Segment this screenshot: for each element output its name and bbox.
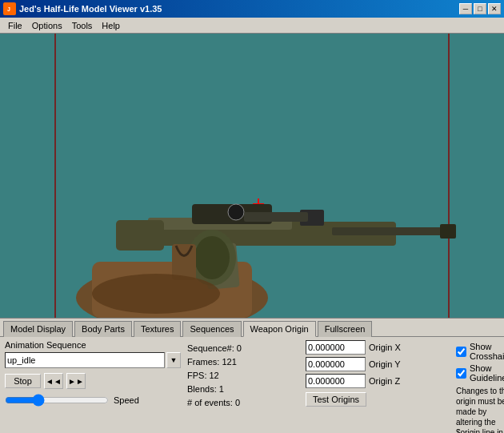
- tab-body-parts[interactable]: Body Parts: [74, 321, 132, 337]
- blends-info: Blends: 1: [187, 383, 299, 396]
- events-info: # of events: 0: [187, 396, 299, 410]
- minimize-button[interactable]: ─: [459, 3, 472, 14]
- viewport[interactable]: [0, 34, 504, 318]
- right-section: Show Crosshair Show Guidelines Changes t…: [456, 340, 504, 433]
- svg-text:J: J: [7, 6, 10, 12]
- prev-button[interactable]: ◄◄: [44, 373, 63, 389]
- tab-sequences[interactable]: Sequences: [182, 321, 241, 337]
- speed-row: Speed: [5, 394, 181, 407]
- menu-options[interactable]: Options: [27, 19, 67, 32]
- app-icon: J: [3, 2, 16, 15]
- anim-section: Animation Sequence up_idle ▼ Stop ◄◄ ►► …: [5, 340, 181, 433]
- show-crosshair-checkbox[interactable]: [456, 347, 466, 357]
- svg-rect-6: [332, 227, 444, 235]
- title-bar-left: J Jed's Half-Life Model Viewer v1.35: [3, 2, 162, 15]
- origin-z-label: Origin Z: [369, 376, 409, 386]
- svg-rect-16: [440, 224, 456, 239]
- show-guidelines-label: Show Guidelines: [470, 363, 504, 383]
- show-crosshair-row: Show Crosshair: [456, 342, 504, 361]
- dropdown-arrow-icon[interactable]: ▼: [166, 352, 181, 368]
- close-button[interactable]: ✕: [488, 3, 501, 14]
- speed-label: Speed: [114, 395, 139, 405]
- show-guidelines-checkbox[interactable]: [456, 368, 466, 379]
- tabs-bar: Model Display Body Parts Textures Sequen…: [0, 319, 504, 337]
- menu-bar: File Options Tools Help: [0, 18, 504, 34]
- origin-section: Origin X Origin Y Origin Z Test Origins: [306, 340, 450, 433]
- title-controls: ─ □ ✕: [459, 3, 501, 14]
- tab-textures[interactable]: Textures: [134, 321, 182, 337]
- speed-slider[interactable]: [5, 394, 109, 407]
- fps-info: FPS: 12: [187, 369, 299, 383]
- tab-model-display[interactable]: Model Display: [3, 321, 73, 337]
- panel-content: Animation Sequence up_idle ▼ Stop ◄◄ ►► …: [0, 337, 504, 433]
- origin-x-input[interactable]: [306, 340, 366, 355]
- menu-file[interactable]: File: [3, 19, 27, 32]
- maximize-button[interactable]: □: [474, 3, 486, 14]
- info-section: Sequence#: 0 Frames: 121 FPS: 12 Blends:…: [187, 340, 299, 433]
- anim-dropdown-container: up_idle ▼: [5, 352, 181, 368]
- weapon-display: [0, 142, 504, 318]
- origin-y-input[interactable]: [306, 357, 366, 371]
- svg-point-13: [194, 236, 230, 279]
- origin-y-row: Origin Y: [306, 357, 450, 371]
- origin-x-label: Origin X: [369, 343, 409, 352]
- origin-y-label: Origin Y: [369, 359, 409, 369]
- anim-dropdown[interactable]: up_idle: [5, 352, 165, 368]
- show-guidelines-row: Show Guidelines: [456, 363, 504, 383]
- tab-fullscreen[interactable]: Fullscreen: [318, 321, 373, 337]
- playback-controls: Stop ◄◄ ►►: [5, 373, 181, 389]
- origin-z-row: Origin Z: [306, 374, 450, 388]
- description-text: Changes to the origin must be made by al…: [456, 386, 504, 433]
- anim-section-label: Animation Sequence: [5, 340, 181, 350]
- origin-z-input[interactable]: [306, 374, 366, 388]
- origin-x-row: Origin X: [306, 340, 450, 355]
- svg-rect-15: [244, 212, 308, 222]
- svg-point-17: [92, 274, 220, 314]
- bottom-panel: Model Display Body Parts Textures Sequen…: [0, 318, 504, 433]
- title-bar: J Jed's Half-Life Model Viewer v1.35 ─ □…: [0, 0, 504, 18]
- window-title: Jed's Half-Life Model Viewer v1.35: [19, 4, 162, 14]
- tab-weapon-origin[interactable]: Weapon Origin: [243, 321, 316, 337]
- svg-point-10: [228, 204, 244, 220]
- sequence-info: Sequence#: 0: [187, 342, 299, 355]
- test-origins-button[interactable]: Test Origins: [306, 392, 366, 407]
- menu-tools[interactable]: Tools: [67, 19, 98, 32]
- next-button[interactable]: ►►: [66, 373, 86, 389]
- show-crosshair-label: Show Crosshair: [470, 342, 504, 361]
- svg-rect-8: [116, 220, 164, 251]
- stop-button[interactable]: Stop: [5, 374, 41, 388]
- menu-help[interactable]: Help: [97, 19, 125, 32]
- frames-info: Frames: 121: [187, 355, 299, 369]
